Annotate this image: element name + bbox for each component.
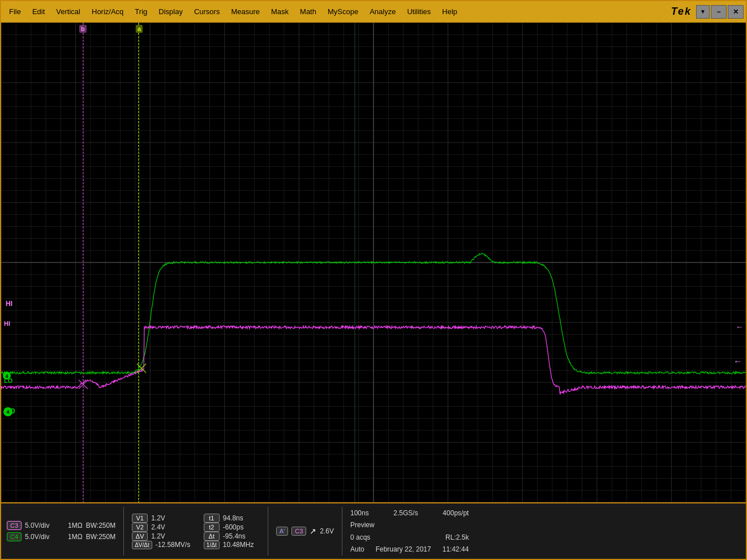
cursor-col2: t1 94.8ns t2 -600ps Δt -95.4ns 1/Δt 10.4…	[204, 514, 260, 549]
status-bar: C3 5.0V/div 1MΩ BW:250M C4 5.0V/div 1MΩ …	[1, 502, 746, 559]
t2-value: -600ps	[223, 523, 260, 531]
ch3-bw: BW:250M	[86, 522, 115, 529]
menu-horizacq[interactable]: Horiz/Acq	[86, 5, 129, 18]
cursor-col1: V1 1.2V V2 2.4V ΔV 1.2V ΔV/Δt -12.58MV/s	[132, 514, 192, 549]
menu-display[interactable]: Display	[153, 5, 188, 18]
t2-row: t2 -600ps	[204, 523, 260, 532]
v2-row: V2 2.4V	[132, 523, 192, 532]
sample-rate-label: 2.5GS/s	[393, 509, 418, 517]
cursor-b-label: b	[79, 25, 87, 33]
ch3-volts: 5.0V/div	[25, 522, 65, 529]
dt-value: -95.4ns	[223, 532, 260, 540]
trig-row: A' C3 ↗ 2.6V	[276, 527, 334, 536]
timebase-label: 100ns	[350, 509, 369, 517]
v1-value: 1.2V	[151, 514, 188, 522]
acq-row4: Auto February 22, 2017 11:42:44	[350, 545, 469, 553]
pts-per-div-label: 400ps/pt	[443, 509, 469, 517]
rl-label: RL:2.5k	[445, 533, 469, 541]
invdt-row: 1/Δt 10.48MHz	[204, 541, 260, 549]
dvdt-label: ΔV/Δt	[132, 541, 152, 549]
date-label: February 22, 2017	[376, 545, 431, 553]
dv-value: 1.2V	[151, 532, 188, 540]
dv-label: ΔV	[132, 532, 148, 541]
v2-label: V2	[132, 523, 148, 532]
acqs-label: 0 acqs	[350, 533, 370, 541]
invdt-value: 10.48MHz	[223, 541, 260, 549]
t1-label: t1	[204, 514, 220, 523]
ch4-bw: BW:250M	[86, 533, 115, 541]
trig-slope: ↗	[310, 527, 316, 536]
acq-row3: 0 acqs RL:2.5k	[350, 533, 469, 541]
acq-row2: Preview	[350, 521, 469, 529]
trig-ref-arrow: ←	[733, 356, 742, 367]
v1-row: V1 1.2V	[132, 514, 192, 523]
cursor-info: V1 1.2V V2 2.4V ΔV 1.2V ΔV/Δt -12.58MV/s	[132, 507, 260, 555]
invdt-label: 1/Δt	[204, 541, 220, 549]
menu-vertical[interactable]: Vertical	[50, 5, 86, 18]
menu-utilities[interactable]: Utilities	[401, 5, 436, 18]
t1-row: t1 94.8ns	[204, 514, 260, 523]
ch4-badge[interactable]: C4	[7, 532, 22, 541]
trig-level: 2.6V	[320, 527, 334, 535]
minimize-button[interactable]: −	[711, 5, 727, 19]
dt-row: Δt -95.4ns	[204, 532, 260, 541]
waveform-canvas	[1, 23, 746, 502]
t1-value: 94.8ns	[223, 514, 260, 522]
acq-mode2-label: Auto	[350, 545, 364, 553]
dvdt-value: -12.58MV/s	[156, 541, 192, 549]
menu-edit[interactable]: Edit	[27, 5, 50, 18]
ch4-impedance: 1MΩ	[68, 533, 83, 541]
ch4-volts: 5.0V/div	[25, 533, 65, 541]
dropdown-button[interactable]: ▼	[696, 5, 710, 19]
ch3-badge[interactable]: C3	[7, 521, 22, 530]
trig-ch-badge[interactable]: C3	[291, 527, 306, 536]
time-label: 11:42:44	[443, 545, 469, 553]
v2-value: 2.4V	[151, 523, 188, 531]
ch3-row: C3 5.0V/div 1MΩ BW:250M	[7, 521, 115, 530]
tek-logo: Tek	[671, 6, 692, 18]
channel-info: C3 5.0V/div 1MΩ BW:250M C4 5.0V/div 1MΩ …	[7, 507, 115, 555]
acq-mode-label: Preview	[350, 521, 375, 529]
menu-cursors[interactable]: Cursors	[188, 5, 226, 18]
menu-mask[interactable]: Mask	[265, 5, 294, 18]
menu-trig[interactable]: Trig	[129, 5, 153, 18]
ch3-impedance: 1MΩ	[68, 522, 83, 529]
menubar: File Edit Vertical Horiz/Acq Trig Displa…	[1, 1, 746, 23]
ch4-indicator: 4	[3, 407, 12, 416]
v1-label: V1	[132, 514, 148, 523]
dt-label: Δt	[204, 532, 220, 541]
acquisition-info: 100ns 2.5GS/s 400ps/pt Preview 0 acqs RL…	[350, 507, 469, 555]
cursor-a-label: a	[136, 25, 143, 33]
trig-a-badge[interactable]: A'	[276, 527, 288, 536]
close-button[interactable]: ✕	[728, 5, 744, 19]
ch4-row: C4 5.0V/div 1MΩ BW:250M	[7, 532, 115, 541]
scope-display: a b HI LO 4 ←	[1, 23, 746, 502]
acq-row1: 100ns 2.5GS/s 400ps/pt	[350, 509, 469, 517]
menu-file[interactable]: File	[3, 5, 27, 18]
menu-analyze[interactable]: Analyze	[364, 5, 401, 18]
menu-myscope[interactable]: MyScope	[322, 5, 364, 18]
t2-label: t2	[204, 523, 220, 532]
trigger-info: A' C3 ↗ 2.6V	[276, 507, 334, 555]
menu-help[interactable]: Help	[436, 5, 463, 18]
hi-label: HI	[6, 300, 12, 308]
dvdt-row: ΔV/Δt -12.58MV/s	[132, 541, 192, 549]
menu-math[interactable]: Math	[294, 5, 322, 18]
menu-measure[interactable]: Measure	[225, 5, 265, 18]
app: File Edit Vertical Horiz/Acq Trig Displa…	[0, 0, 747, 560]
dv-row: ΔV 1.2V	[132, 532, 192, 541]
